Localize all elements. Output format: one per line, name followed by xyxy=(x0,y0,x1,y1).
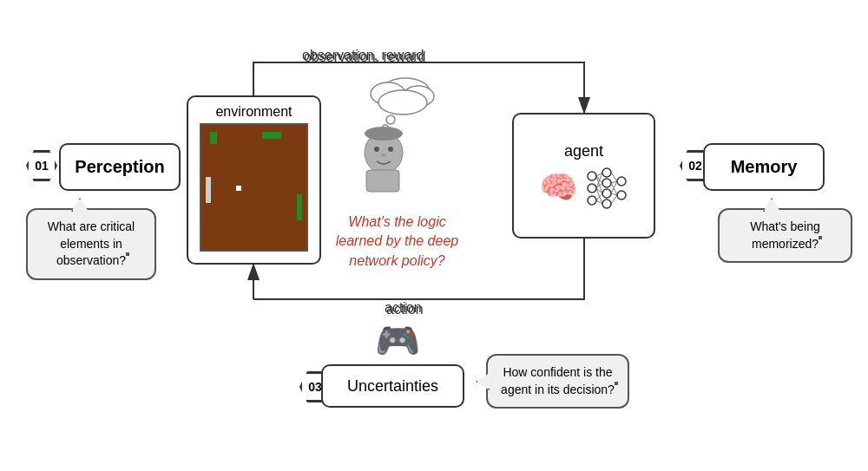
svg-point-5 xyxy=(588,196,596,205)
agent-icons: 🧠 xyxy=(539,166,628,209)
svg-point-30 xyxy=(378,90,427,114)
svg-point-10 xyxy=(617,177,626,186)
environment-label: environment xyxy=(215,104,292,120)
gamepad-icon: 🎮 xyxy=(375,319,420,362)
environment-box: environment xyxy=(187,95,321,265)
env-paddle-left xyxy=(206,177,211,203)
uncertainties-question: How confident is the agent in its decisi… xyxy=(501,365,615,396)
perception-box: Perception xyxy=(59,143,181,191)
svg-rect-39 xyxy=(366,170,399,192)
obs-reward-label: observation, reward xyxy=(302,48,424,63)
question-policy-text: What's the logiclearned by the deepnetwo… xyxy=(321,213,473,271)
perception-label: Perception xyxy=(75,157,164,177)
memory-label: Memory xyxy=(731,157,798,177)
svg-line-19 xyxy=(596,193,602,200)
badge-perception: 01 xyxy=(26,150,57,181)
svg-point-38 xyxy=(365,127,403,141)
svg-point-8 xyxy=(602,189,611,198)
svg-point-3 xyxy=(588,172,596,180)
svg-point-9 xyxy=(602,200,611,208)
svg-line-26 xyxy=(611,195,617,204)
action-label-text: action xyxy=(385,300,422,316)
memory-box: Memory xyxy=(703,143,825,191)
uncertainties-bubble: How confident is the agent in its decisi… xyxy=(486,354,629,409)
svg-point-11 xyxy=(617,191,626,200)
svg-point-4 xyxy=(588,184,596,193)
agent-box: agent 🧠 xyxy=(512,113,655,239)
svg-point-6 xyxy=(602,168,611,177)
svg-point-37 xyxy=(381,154,386,157)
svg-point-31 xyxy=(386,115,395,124)
uncertainties-label: Uncertainties xyxy=(347,377,438,396)
svg-point-35 xyxy=(374,147,379,152)
svg-line-21 xyxy=(611,173,617,181)
uncertainties-box: Uncertainties xyxy=(321,364,464,408)
thinking-person-svg xyxy=(332,75,453,196)
svg-point-7 xyxy=(602,179,611,187)
env-ball xyxy=(236,186,241,191)
diagram-container: observation, reward action 🎮 environment… xyxy=(0,0,868,471)
env-paddle-right xyxy=(297,194,302,220)
agent-label: agent xyxy=(564,142,603,160)
brain-icon: 🧠 xyxy=(539,169,578,206)
svg-point-36 xyxy=(388,147,393,152)
memory-bubble: What's being memorized? xyxy=(718,208,852,263)
perception-bubble: What are critical elements in observatio… xyxy=(26,208,156,280)
neural-net-icon xyxy=(585,166,628,209)
perception-question: What are critical elements in observatio… xyxy=(48,219,135,267)
env-screen xyxy=(200,123,308,252)
memory-question: What's being memorized? xyxy=(750,219,820,251)
